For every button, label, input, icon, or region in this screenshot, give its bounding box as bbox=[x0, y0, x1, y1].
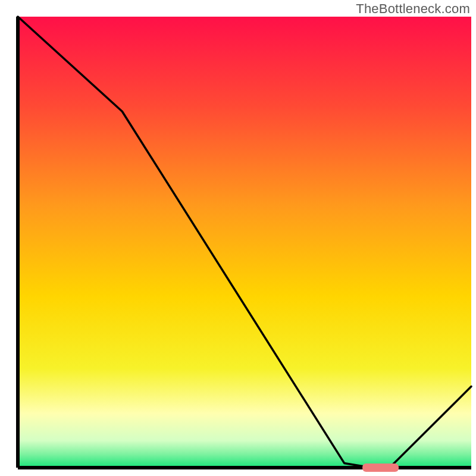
optimal-range-marker bbox=[362, 464, 399, 472]
bottleneck-chart bbox=[0, 0, 476, 476]
attribution-text: TheBottleneck.com bbox=[356, 1, 470, 17]
plot-background bbox=[18, 17, 471, 468]
chart-container: TheBottleneck.com bbox=[0, 0, 476, 476]
